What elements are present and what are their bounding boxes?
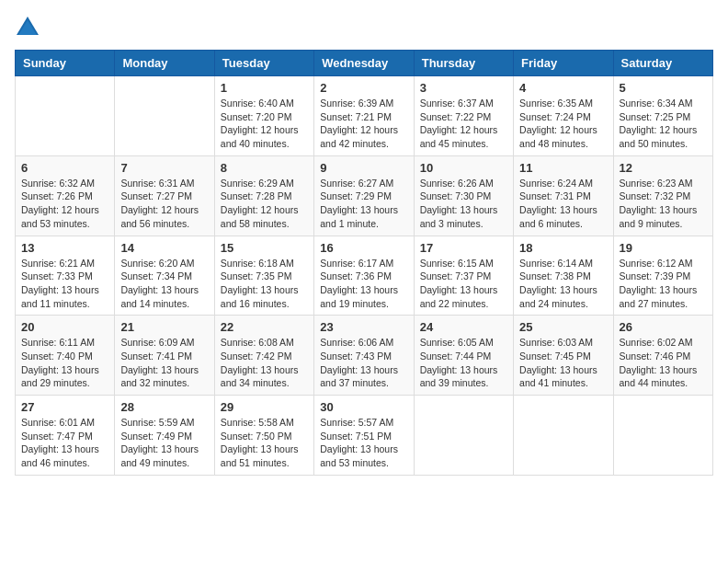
day-info: Sunrise: 6:17 AM Sunset: 7:36 PM Dayligh… (320, 257, 407, 311)
header (15, 15, 713, 40)
calendar-cell (514, 396, 613, 476)
day-info: Sunrise: 6:18 AM Sunset: 7:35 PM Dayligh… (221, 257, 308, 311)
calendar-cell: 10Sunrise: 6:26 AM Sunset: 7:30 PM Dayli… (414, 155, 513, 236)
day-number: 23 (320, 320, 407, 334)
day-number: 12 (620, 161, 707, 175)
calendar-cell: 2Sunrise: 6:39 AM Sunset: 7:21 PM Daylig… (314, 76, 414, 156)
logo (15, 15, 44, 40)
calendar-cell: 25Sunrise: 6:03 AM Sunset: 7:45 PM Dayli… (514, 316, 613, 396)
day-info: Sunrise: 6:14 AM Sunset: 7:38 PM Dayligh… (519, 257, 607, 311)
day-number: 25 (519, 320, 607, 334)
day-info: Sunrise: 6:02 AM Sunset: 7:46 PM Dayligh… (620, 336, 707, 390)
calendar-cell: 14Sunrise: 6:20 AM Sunset: 7:34 PM Dayli… (115, 236, 214, 316)
calendar-header-row: SundayMondayTuesdayWednesdayThursdayFrid… (16, 51, 713, 76)
column-header-wednesday: Wednesday (314, 51, 414, 76)
day-number: 24 (420, 320, 507, 334)
calendar-week-3: 13Sunrise: 6:21 AM Sunset: 7:33 PM Dayli… (16, 236, 713, 316)
day-info: Sunrise: 6:24 AM Sunset: 7:31 PM Dayligh… (519, 177, 607, 231)
day-info: Sunrise: 6:15 AM Sunset: 7:37 PM Dayligh… (420, 257, 507, 311)
column-header-friday: Friday (514, 51, 613, 76)
calendar-cell: 30Sunrise: 5:57 AM Sunset: 7:51 PM Dayli… (314, 396, 414, 476)
day-number: 28 (120, 400, 208, 414)
calendar-cell: 29Sunrise: 5:58 AM Sunset: 7:50 PM Dayli… (214, 396, 313, 476)
day-info: Sunrise: 6:29 AM Sunset: 7:28 PM Dayligh… (221, 177, 308, 231)
day-info: Sunrise: 6:37 AM Sunset: 7:22 PM Dayligh… (420, 97, 507, 151)
calendar-cell: 8Sunrise: 6:29 AM Sunset: 7:28 PM Daylig… (214, 155, 313, 236)
day-info: Sunrise: 6:31 AM Sunset: 7:27 PM Dayligh… (120, 177, 208, 231)
calendar-week-5: 27Sunrise: 6:01 AM Sunset: 7:47 PM Dayli… (16, 396, 713, 476)
calendar-cell (115, 76, 214, 156)
day-number: 2 (320, 81, 407, 95)
day-info: Sunrise: 6:08 AM Sunset: 7:42 PM Dayligh… (221, 336, 308, 390)
day-info: Sunrise: 6:11 AM Sunset: 7:40 PM Dayligh… (21, 336, 108, 390)
day-info: Sunrise: 6:20 AM Sunset: 7:34 PM Dayligh… (120, 257, 208, 311)
calendar-cell: 15Sunrise: 6:18 AM Sunset: 7:35 PM Dayli… (214, 236, 313, 316)
calendar-cell: 17Sunrise: 6:15 AM Sunset: 7:37 PM Dayli… (414, 236, 513, 316)
day-number: 20 (21, 320, 108, 334)
day-info: Sunrise: 6:23 AM Sunset: 7:32 PM Dayligh… (620, 177, 707, 231)
day-number: 4 (519, 81, 607, 95)
day-info: Sunrise: 5:57 AM Sunset: 7:51 PM Dayligh… (320, 416, 407, 470)
day-number: 13 (21, 241, 108, 255)
logo-icon (15, 15, 40, 40)
day-number: 16 (320, 241, 407, 255)
day-number: 18 (519, 241, 607, 255)
calendar-week-2: 6Sunrise: 6:32 AM Sunset: 7:26 PM Daylig… (16, 155, 713, 236)
column-header-saturday: Saturday (613, 51, 712, 76)
day-number: 17 (420, 241, 507, 255)
calendar-cell: 11Sunrise: 6:24 AM Sunset: 7:31 PM Dayli… (514, 155, 613, 236)
day-number: 26 (620, 320, 707, 334)
column-header-monday: Monday (115, 51, 214, 76)
calendar-cell: 21Sunrise: 6:09 AM Sunset: 7:41 PM Dayli… (115, 316, 214, 396)
day-info: Sunrise: 6:06 AM Sunset: 7:43 PM Dayligh… (320, 336, 407, 390)
day-number: 21 (120, 320, 208, 334)
day-info: Sunrise: 6:40 AM Sunset: 7:20 PM Dayligh… (221, 97, 308, 151)
calendar-cell: 5Sunrise: 6:34 AM Sunset: 7:25 PM Daylig… (613, 76, 712, 156)
calendar-cell: 20Sunrise: 6:11 AM Sunset: 7:40 PM Dayli… (16, 316, 115, 396)
day-number: 8 (221, 161, 308, 175)
calendar-cell: 7Sunrise: 6:31 AM Sunset: 7:27 PM Daylig… (115, 155, 214, 236)
calendar-cell: 26Sunrise: 6:02 AM Sunset: 7:46 PM Dayli… (613, 316, 712, 396)
day-number: 14 (120, 241, 208, 255)
column-header-sunday: Sunday (16, 51, 115, 76)
calendar-cell: 23Sunrise: 6:06 AM Sunset: 7:43 PM Dayli… (314, 316, 414, 396)
calendar-cell: 3Sunrise: 6:37 AM Sunset: 7:22 PM Daylig… (414, 76, 513, 156)
day-number: 30 (320, 400, 407, 414)
day-number: 9 (320, 161, 407, 175)
day-info: Sunrise: 6:34 AM Sunset: 7:25 PM Dayligh… (620, 97, 707, 151)
calendar-cell (16, 76, 115, 156)
day-number: 15 (221, 241, 308, 255)
day-info: Sunrise: 6:03 AM Sunset: 7:45 PM Dayligh… (519, 336, 607, 390)
column-header-thursday: Thursday (414, 51, 513, 76)
calendar-cell (414, 396, 513, 476)
day-info: Sunrise: 6:26 AM Sunset: 7:30 PM Dayligh… (420, 177, 507, 231)
calendar-cell: 18Sunrise: 6:14 AM Sunset: 7:38 PM Dayli… (514, 236, 613, 316)
day-info: Sunrise: 6:12 AM Sunset: 7:39 PM Dayligh… (620, 257, 707, 311)
calendar-cell: 6Sunrise: 6:32 AM Sunset: 7:26 PM Daylig… (16, 155, 115, 236)
day-number: 1 (221, 81, 308, 95)
day-info: Sunrise: 6:21 AM Sunset: 7:33 PM Dayligh… (21, 257, 108, 311)
day-info: Sunrise: 6:09 AM Sunset: 7:41 PM Dayligh… (120, 336, 208, 390)
day-info: Sunrise: 5:58 AM Sunset: 7:50 PM Dayligh… (221, 416, 308, 470)
day-number: 27 (21, 400, 108, 414)
calendar-cell: 16Sunrise: 6:17 AM Sunset: 7:36 PM Dayli… (314, 236, 414, 316)
calendar-cell: 28Sunrise: 5:59 AM Sunset: 7:49 PM Dayli… (115, 396, 214, 476)
day-info: Sunrise: 6:32 AM Sunset: 7:26 PM Dayligh… (21, 177, 108, 231)
calendar-cell: 19Sunrise: 6:12 AM Sunset: 7:39 PM Dayli… (613, 236, 712, 316)
calendar-cell: 24Sunrise: 6:05 AM Sunset: 7:44 PM Dayli… (414, 316, 513, 396)
day-info: Sunrise: 6:39 AM Sunset: 7:21 PM Dayligh… (320, 97, 407, 151)
calendar-week-1: 1Sunrise: 6:40 AM Sunset: 7:20 PM Daylig… (16, 76, 713, 156)
day-info: Sunrise: 5:59 AM Sunset: 7:49 PM Dayligh… (120, 416, 208, 470)
day-number: 29 (221, 400, 308, 414)
day-info: Sunrise: 6:01 AM Sunset: 7:47 PM Dayligh… (21, 416, 108, 470)
calendar-cell (613, 396, 712, 476)
calendar-week-4: 20Sunrise: 6:11 AM Sunset: 7:40 PM Dayli… (16, 316, 713, 396)
calendar-cell: 27Sunrise: 6:01 AM Sunset: 7:47 PM Dayli… (16, 396, 115, 476)
day-number: 22 (221, 320, 308, 334)
calendar-cell: 12Sunrise: 6:23 AM Sunset: 7:32 PM Dayli… (613, 155, 712, 236)
calendar-table: SundayMondayTuesdayWednesdayThursdayFrid… (15, 50, 713, 476)
day-info: Sunrise: 6:27 AM Sunset: 7:29 PM Dayligh… (320, 177, 407, 231)
column-header-tuesday: Tuesday (214, 51, 313, 76)
calendar-cell: 9Sunrise: 6:27 AM Sunset: 7:29 PM Daylig… (314, 155, 414, 236)
day-number: 7 (120, 161, 208, 175)
